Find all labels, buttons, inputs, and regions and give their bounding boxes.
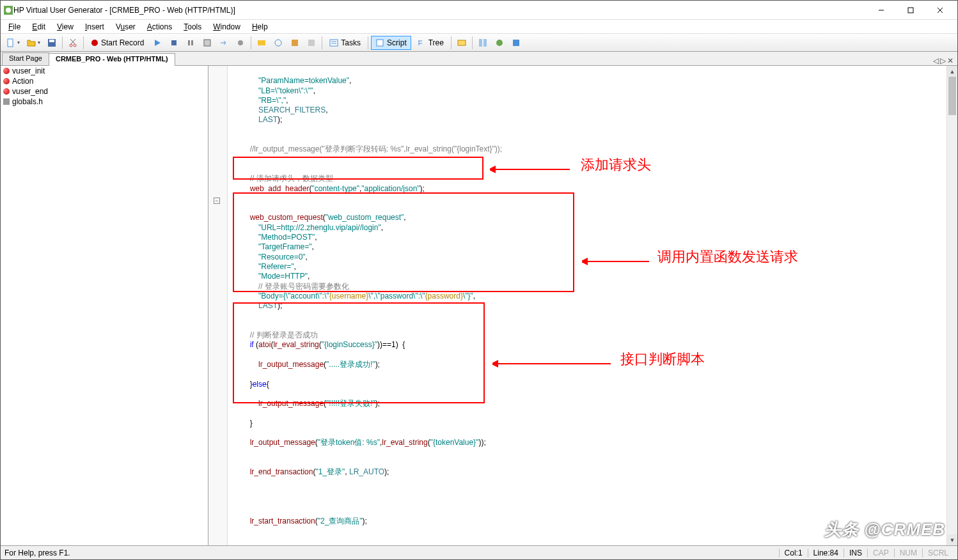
svg-rect-32 — [483, 39, 487, 47]
menu-help[interactable]: Help — [247, 21, 273, 33]
svg-rect-17 — [204, 40, 210, 46]
cut-button[interactable] — [65, 36, 81, 50]
status-scrl: SCRL — [922, 548, 954, 557]
svg-rect-15 — [188, 40, 190, 45]
start-record-button[interactable]: Start Record — [86, 36, 148, 50]
menu-file[interactable]: File — [3, 21, 26, 33]
new-button[interactable]: ▾ — [3, 36, 22, 50]
status-cap: CAP — [867, 548, 894, 557]
code-editor[interactable]: − "ParamName=tokenValue", "LB=\"token\":… — [208, 66, 957, 545]
menu-view[interactable]: View — [52, 21, 79, 33]
tree-view-button[interactable]: Tree — [412, 36, 448, 50]
open-button[interactable]: ▾ — [24, 36, 43, 50]
svg-rect-21 — [292, 40, 298, 46]
editor-gutter: − — [208, 66, 228, 545]
tool1-button[interactable] — [254, 36, 269, 50]
tree-item-vuser-init[interactable]: vuser_init — [1, 66, 208, 76]
scroll-up-button[interactable]: ▲ — [947, 66, 957, 77]
menu-vuser[interactable]: Vuser — [111, 21, 141, 33]
menu-window[interactable]: Window — [208, 21, 246, 33]
svg-point-33 — [496, 40, 503, 46]
svg-rect-14 — [171, 40, 177, 45]
step-button[interactable] — [216, 36, 232, 50]
tab-start-page[interactable]: Start Page — [2, 52, 49, 65]
svg-point-20 — [275, 40, 281, 46]
tool4-button[interactable] — [304, 36, 319, 50]
annotation-label-3: 接口判断脚本 — [620, 355, 705, 364]
svg-rect-26 — [377, 40, 383, 46]
file-icon — [3, 98, 10, 105]
svg-point-10 — [74, 44, 76, 47]
script-view-button[interactable]: Script — [371, 36, 411, 50]
tree-item-vuser-end[interactable]: vuser_end — [1, 86, 208, 97]
tree-item-globals[interactable]: globals.h — [1, 97, 208, 107]
tree-item-action[interactable]: Action — [1, 76, 208, 86]
svg-point-18 — [238, 40, 243, 45]
tab-close[interactable]: ✕ — [947, 56, 954, 65]
svg-rect-8 — [49, 40, 54, 42]
title-bar: HP Virtual User Generator - [CRMEB_PRO -… — [1, 1, 957, 20]
svg-rect-19 — [258, 40, 265, 45]
tool2-button[interactable] — [271, 36, 286, 50]
svg-point-1 — [6, 8, 11, 13]
window-title: HP Virtual User Generator - [CRMEB_PRO -… — [13, 6, 867, 15]
svg-line-12 — [71, 39, 75, 44]
menu-insert[interactable]: Insert — [80, 21, 109, 33]
arrow-3 — [492, 357, 614, 370]
toolbar: ▾ ▾ Start Record Tasks Script Tree — [1, 34, 957, 52]
save-button[interactable] — [44, 36, 59, 50]
svg-rect-34 — [513, 40, 519, 46]
view1-button[interactable] — [454, 36, 469, 50]
annotation-label-2: 调用内置函数发送请求 — [657, 253, 798, 261]
menu-bar: File Edit View Insert Vuser Actions Tool… — [1, 20, 957, 34]
arrow-1 — [490, 163, 573, 176]
svg-rect-30 — [458, 40, 466, 45]
svg-rect-31 — [479, 39, 482, 47]
document-tab-bar: Start Page CRMEB_PRO - Web (HTTP/HTML) ◁… — [1, 52, 957, 66]
view3-button[interactable] — [492, 36, 507, 50]
code-content[interactable]: "ParamName=tokenValue", "LB=\"token\":\"… — [228, 66, 946, 545]
tasks-button[interactable]: Tasks — [325, 36, 365, 50]
action-icon — [3, 78, 10, 84]
svg-point-13 — [91, 40, 98, 46]
annotation-label-1: 添加请求头 — [581, 160, 651, 169]
svg-rect-22 — [308, 40, 315, 46]
tool3-button[interactable] — [287, 36, 302, 50]
status-help: For Help, press F1. — [4, 548, 779, 557]
sidebar-action-tree: vuser_init Action vuser_end globals.h — [1, 66, 208, 545]
action-icon — [3, 88, 10, 95]
status-col: Col:1 — [779, 548, 808, 557]
menu-edit[interactable]: Edit — [27, 21, 51, 33]
action-icon — [3, 68, 10, 74]
view2-button[interactable] — [475, 36, 491, 50]
maximize-button[interactable] — [896, 1, 925, 19]
stop-button[interactable] — [166, 36, 182, 50]
svg-rect-6 — [8, 39, 13, 47]
compile-button[interactable] — [200, 36, 215, 50]
tab-nav-next[interactable]: ▷ — [940, 56, 946, 65]
menu-actions[interactable]: Actions — [142, 21, 177, 33]
status-line: Line:84 — [808, 548, 844, 557]
status-ins: INS — [844, 548, 867, 557]
svg-line-11 — [70, 39, 75, 44]
status-bar: For Help, press F1. Col:1 Line:84 INS CA… — [1, 545, 957, 559]
tab-nav-prev[interactable]: ◁ — [933, 56, 939, 65]
play-button[interactable] — [150, 36, 165, 50]
close-button[interactable] — [925, 1, 955, 19]
scroll-thumb[interactable] — [948, 77, 956, 115]
svg-rect-23 — [330, 40, 338, 46]
menu-tools[interactable]: Tools — [178, 21, 207, 33]
fold-marker[interactable]: − — [214, 198, 220, 204]
tab-active-script[interactable]: CRMEB_PRO - Web (HTTP/HTML) — [49, 53, 175, 66]
minimize-button[interactable] — [867, 1, 896, 19]
watermark: 头条 @CRMEB — [824, 518, 945, 541]
vertical-scrollbar[interactable]: ▲ ▼ — [946, 66, 957, 545]
status-num: NUM — [894, 548, 922, 557]
scroll-down-button[interactable]: ▼ — [947, 534, 957, 545]
svg-rect-3 — [908, 8, 913, 13]
breakpoint-button[interactable] — [233, 36, 248, 50]
view4-button[interactable] — [508, 36, 524, 50]
svg-point-9 — [70, 44, 72, 47]
annotation-box-3 — [233, 302, 485, 403]
pause-button[interactable] — [183, 36, 198, 50]
